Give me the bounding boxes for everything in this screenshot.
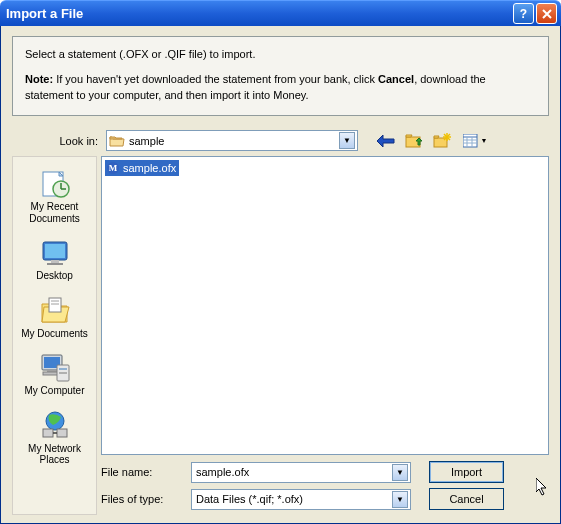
lookin-combo[interactable]: sample ▼ bbox=[106, 130, 358, 151]
folder-up-icon bbox=[405, 133, 423, 149]
file-item-selected[interactable]: M sample.ofx bbox=[105, 160, 179, 176]
place-desktop[interactable]: Desktop bbox=[16, 232, 94, 288]
back-button[interactable] bbox=[376, 131, 396, 151]
svg-rect-18 bbox=[51, 260, 59, 263]
network-places-icon bbox=[39, 409, 71, 441]
mycomputer-icon bbox=[39, 351, 71, 383]
place-recent[interactable]: My Recent Documents bbox=[16, 163, 94, 230]
cancel-button[interactable]: Cancel bbox=[429, 488, 504, 510]
info-line1: Select a statement (.OFX or .QIF file) t… bbox=[25, 47, 536, 62]
desktop-icon bbox=[39, 236, 71, 268]
help-button[interactable]: ? bbox=[513, 3, 534, 24]
place-network[interactable]: My Network Places bbox=[16, 405, 94, 472]
place-mydocs[interactable]: My Documents bbox=[16, 290, 94, 346]
svg-rect-20 bbox=[49, 298, 61, 312]
file-list[interactable]: M sample.ofx bbox=[101, 156, 549, 455]
recent-docs-icon bbox=[39, 167, 71, 199]
filetype-label: Files of type: bbox=[101, 493, 191, 505]
views-icon bbox=[463, 134, 479, 148]
dropdown-arrow-icon[interactable]: ▼ bbox=[392, 491, 408, 508]
filename-value: sample.ofx bbox=[194, 466, 392, 478]
import-button[interactable]: Import bbox=[429, 461, 504, 483]
info-panel: Select a statement (.OFX or .QIF file) t… bbox=[12, 36, 549, 116]
filetype-value: Data Files (*.qif; *.ofx) bbox=[194, 493, 392, 505]
folder-new-icon bbox=[433, 133, 451, 149]
places-bar: My Recent Documents Desktop My Documents… bbox=[12, 156, 97, 515]
filename-combo[interactable]: sample.ofx ▼ bbox=[191, 462, 411, 483]
close-icon bbox=[542, 9, 552, 19]
place-mycomp[interactable]: My Computer bbox=[16, 347, 94, 403]
lookin-value: sample bbox=[129, 135, 339, 147]
filename-label: File name: bbox=[101, 466, 191, 478]
dropdown-arrow-icon[interactable]: ▼ bbox=[392, 464, 408, 481]
lookin-label: Look in: bbox=[40, 135, 98, 147]
window-title: Import a File bbox=[6, 6, 513, 21]
filetype-combo[interactable]: Data Files (*.qif; *.ofx) ▼ bbox=[191, 489, 411, 510]
views-button[interactable]: ▼ bbox=[460, 131, 490, 151]
svg-rect-31 bbox=[43, 429, 53, 437]
up-folder-button[interactable] bbox=[404, 131, 424, 151]
close-button[interactable] bbox=[536, 3, 557, 24]
file-item-label: sample.ofx bbox=[122, 161, 179, 175]
chevron-down-icon: ▼ bbox=[481, 137, 488, 144]
svg-rect-32 bbox=[57, 429, 67, 437]
svg-rect-29 bbox=[59, 372, 67, 374]
mydocuments-icon bbox=[39, 294, 71, 326]
info-line2: Note: If you haven't yet downloaded the … bbox=[25, 72, 536, 103]
svg-rect-19 bbox=[47, 263, 63, 265]
arrow-left-icon bbox=[377, 135, 395, 147]
svg-text:M: M bbox=[109, 163, 118, 173]
folder-open-icon bbox=[109, 134, 125, 148]
dropdown-arrow-icon[interactable]: ▼ bbox=[339, 132, 355, 149]
svg-rect-28 bbox=[59, 368, 67, 370]
file-type-icon: M bbox=[105, 160, 121, 176]
new-folder-button[interactable] bbox=[432, 131, 452, 151]
svg-rect-17 bbox=[45, 244, 65, 258]
